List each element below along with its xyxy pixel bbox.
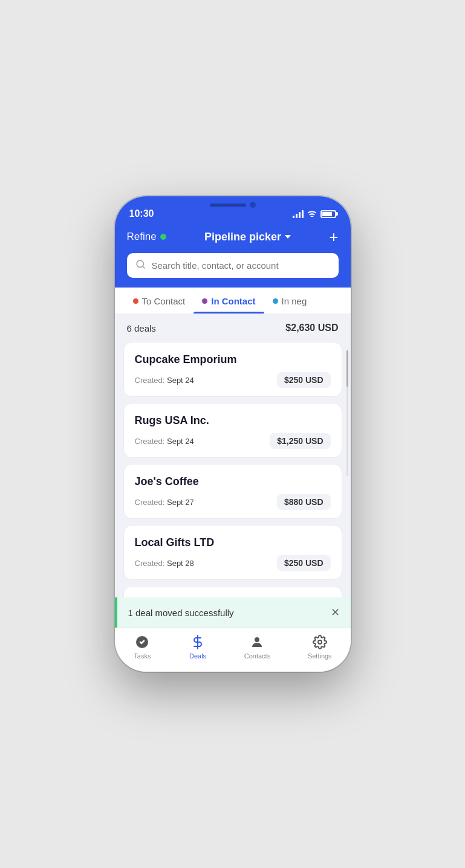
deals-count: 6 deals bbox=[127, 323, 156, 333]
nav-settings[interactable]: Settings bbox=[308, 634, 332, 660]
deal-card-3[interactable]: Joe's Coffee Created: Sept 27 $880 USD bbox=[123, 464, 342, 519]
contacts-label: Contacts bbox=[244, 652, 270, 660]
deal-meta-1: Created: Sept 24 $250 USD bbox=[135, 372, 331, 388]
contacts-icon bbox=[248, 634, 266, 650]
scrollbar-thumb bbox=[346, 350, 348, 387]
svg-line-1 bbox=[142, 266, 144, 268]
in-neg-dot bbox=[273, 298, 278, 304]
svg-point-4 bbox=[255, 637, 259, 642]
tab-to-contact-label: To Contact bbox=[142, 296, 186, 306]
deal-amount-3: $880 USD bbox=[277, 494, 331, 510]
notch-camera bbox=[250, 202, 256, 208]
search-input[interactable] bbox=[152, 260, 330, 271]
status-bar: 10:30 bbox=[115, 196, 351, 223]
search-bar bbox=[127, 253, 339, 278]
content-area: 6 deals $2,630 USD Cupcake Emporium Crea… bbox=[115, 314, 351, 628]
nav-deals[interactable]: Deals bbox=[189, 634, 207, 660]
refine-label: Refine bbox=[127, 231, 157, 243]
deal-amount-4: $250 USD bbox=[277, 555, 331, 571]
deal-name-2: Rugs USA Inc. bbox=[135, 414, 331, 427]
tab-in-contact-label: In Contact bbox=[211, 296, 255, 306]
deal-card-1[interactable]: Cupcake Emporium Created: Sept 24 $250 U… bbox=[123, 342, 342, 397]
deal-card-2[interactable]: Rugs USA Inc. Created: Sept 24 $1,250 US… bbox=[123, 403, 342, 458]
wifi-icon bbox=[307, 209, 317, 219]
notch bbox=[193, 196, 272, 213]
deal-card-4[interactable]: Local Gifts LTD Created: Sept 28 $250 US… bbox=[123, 525, 342, 580]
deal-name-1: Cupcake Emporium bbox=[135, 353, 331, 366]
deals-total: $2,630 USD bbox=[285, 323, 338, 333]
toast-message: 1 deal moved successfully bbox=[128, 608, 234, 618]
header: Refine Pipeline picker + bbox=[115, 223, 351, 288]
pipeline-picker-label: Pipeline picker bbox=[204, 231, 281, 243]
tab-to-contact[interactable]: To Contact bbox=[125, 288, 194, 313]
notch-bar bbox=[210, 204, 246, 207]
tab-in-neg-label: In neg bbox=[282, 296, 307, 306]
settings-label: Settings bbox=[308, 652, 332, 660]
toast-notification: 1 deal moved successfully ✕ bbox=[115, 597, 351, 628]
phone-frame: 10:30 Refine bbox=[115, 196, 351, 672]
settings-icon bbox=[311, 634, 329, 650]
to-contact-dot bbox=[133, 298, 138, 304]
search-icon bbox=[135, 259, 146, 272]
add-deal-button[interactable]: + bbox=[329, 229, 338, 245]
deal-amount-2: $1,250 USD bbox=[270, 433, 330, 449]
signal-icon bbox=[293, 210, 304, 218]
deal-meta-4: Created: Sept 28 $250 USD bbox=[135, 555, 331, 571]
nav-contacts[interactable]: Contacts bbox=[244, 634, 270, 660]
tab-in-neg[interactable]: In neg bbox=[264, 288, 316, 313]
pipeline-picker-button[interactable]: Pipeline picker bbox=[204, 231, 291, 243]
in-contact-dot bbox=[202, 298, 207, 304]
deals-icon bbox=[189, 634, 207, 650]
nav-tasks[interactable]: Tasks bbox=[133, 634, 151, 660]
svg-point-5 bbox=[318, 640, 322, 644]
deal-amount-1: $250 USD bbox=[277, 372, 331, 388]
deal-date-1: Created: Sept 24 bbox=[135, 376, 194, 385]
deal-name-4: Local Gifts LTD bbox=[135, 536, 331, 549]
deal-meta-3: Created: Sept 27 $880 USD bbox=[135, 494, 331, 510]
tab-in-contact[interactable]: In Contact bbox=[193, 288, 264, 313]
tabs-bar: To Contact In Contact In neg bbox=[115, 288, 351, 314]
battery-icon bbox=[320, 210, 336, 218]
deals-label: Deals bbox=[189, 652, 206, 660]
deal-name-3: Joe's Coffee bbox=[135, 475, 331, 488]
status-icons bbox=[293, 209, 336, 219]
deals-summary: 6 deals $2,630 USD bbox=[115, 314, 351, 342]
scrollbar bbox=[346, 350, 348, 476]
bottom-nav: Tasks Deals Contacts bbox=[115, 628, 351, 672]
tasks-label: Tasks bbox=[134, 652, 151, 660]
deal-date-3: Created: Sept 27 bbox=[135, 498, 194, 507]
deal-date-4: Created: Sept 28 bbox=[135, 559, 194, 568]
refine-button[interactable]: Refine bbox=[127, 231, 166, 243]
toast-close-button[interactable]: ✕ bbox=[331, 606, 340, 619]
header-top: Refine Pipeline picker + bbox=[127, 229, 339, 245]
deal-date-2: Created: Sept 24 bbox=[135, 437, 194, 446]
chevron-down-icon bbox=[285, 235, 291, 239]
tasks-icon bbox=[133, 634, 151, 650]
deals-list: Cupcake Emporium Created: Sept 24 $250 U… bbox=[115, 342, 351, 628]
deal-meta-2: Created: Sept 24 $1,250 USD bbox=[135, 433, 331, 449]
clock: 10:30 bbox=[129, 208, 154, 219]
refine-active-dot bbox=[160, 234, 166, 240]
